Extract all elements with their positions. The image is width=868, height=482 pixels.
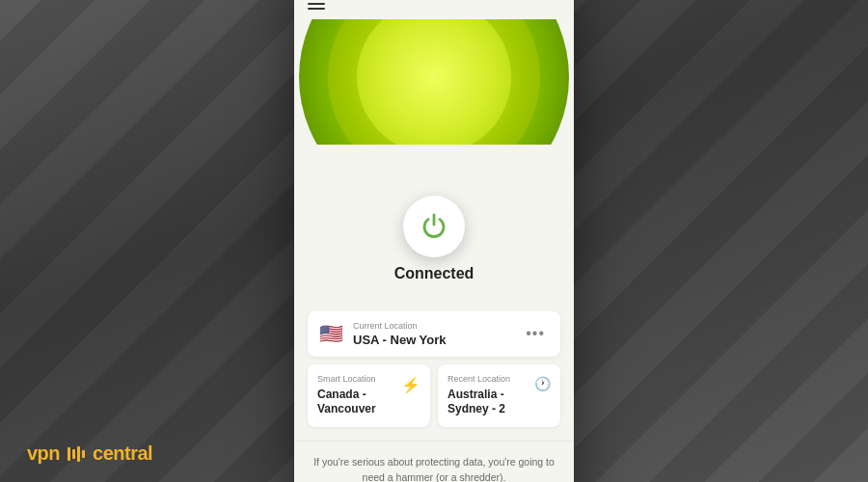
smart-location-label: Smart Location <box>317 374 401 384</box>
vpn-logo-bars <box>68 446 85 462</box>
locations-area: 🇺🇸 Current Location USA - New York ••• S… <box>294 311 574 441</box>
current-location-card: 🇺🇸 Current Location USA - New York ••• <box>308 311 560 357</box>
recent-location-info: Recent Location Australia -Sydney - 2 <box>448 374 534 417</box>
central-text: central <box>93 442 152 465</box>
current-location-label: Current Location <box>353 321 512 331</box>
power-icon <box>419 211 449 242</box>
hamburger-line-3 <box>308 8 325 10</box>
power-button[interactable] <box>403 196 465 257</box>
more-options-button[interactable]: ••• <box>522 323 549 344</box>
clock-icon: 🕐 <box>534 376 551 391</box>
recent-location-label: Recent Location <box>448 374 534 384</box>
recent-location-name: Australia -Sydney - 2 <box>448 388 534 417</box>
app-window: ExpressVPN — □ ✕ <box>294 0 574 482</box>
gradient-background <box>294 19 574 145</box>
smart-location-info: Smart Location Canada -Vancouver <box>317 374 401 417</box>
current-location-name: USA - New York <box>353 333 512 347</box>
vpncentral-logo: vpn central <box>27 442 152 465</box>
hamburger-line-2 <box>308 3 325 5</box>
hamburger-menu[interactable] <box>308 0 325 10</box>
gradient-inner <box>357 19 511 145</box>
smart-location-card[interactable]: Smart Location Canada -Vancouver ⚡ <box>308 364 430 427</box>
smart-location-name: Canada -Vancouver <box>317 388 401 417</box>
vpn-text: vpn <box>27 442 60 465</box>
lightning-icon: ⚡ <box>401 376 420 394</box>
current-location-info: Current Location USA - New York <box>353 321 512 347</box>
power-button-wrap <box>403 196 465 257</box>
location-row: Smart Location Canada -Vancouver ⚡ Recen… <box>308 364 560 427</box>
footer-text: If you're serious about protecting data,… <box>313 455 555 482</box>
recent-location-card[interactable]: Recent Location Australia -Sydney - 2 🕐 <box>438 364 560 427</box>
connected-status: Connected <box>394 265 475 282</box>
footer-area: If you're serious about protecting data,… <box>294 441 574 482</box>
usa-flag-icon: 🇺🇸 <box>319 322 343 345</box>
menu-bar <box>294 0 574 19</box>
hero-area: Connected <box>294 19 574 311</box>
